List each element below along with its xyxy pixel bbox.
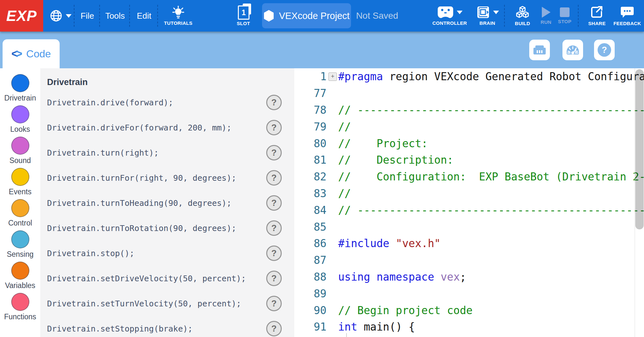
category-dot[interactable] (11, 168, 29, 186)
stop-icon (560, 7, 570, 17)
command-help-button[interactable]: ? (266, 296, 282, 311)
command-text[interactable]: Drivetrain.turnFor(right, 90, degrees); (47, 173, 266, 183)
command-help-button[interactable]: ? (266, 246, 282, 261)
line-number: 80 (294, 137, 327, 150)
command-text[interactable]: Drivetrain.drive(forward); (47, 98, 266, 107)
device-info-button[interactable] (529, 40, 550, 60)
command-help-button[interactable]: ? (266, 95, 282, 110)
sidebar-item-sound[interactable]: Sound (0, 137, 40, 168)
editor-vertical-scrollbar[interactable] (635, 69, 644, 229)
command-text[interactable]: Drivetrain.stop(); (47, 249, 266, 258)
exp-logo-text: EXP (6, 7, 37, 24)
command-row[interactable]: Drivetrain.drive(forward);? (40, 90, 294, 115)
line-number: 1 (294, 70, 327, 83)
sidebar-item-looks[interactable]: Looks (0, 105, 40, 137)
tab-code-label: Code (26, 48, 51, 60)
share-button[interactable]: SHARE (584, 0, 610, 32)
category-dot[interactable] (11, 137, 29, 155)
help-icon: ? (598, 43, 611, 57)
menu-tools[interactable]: Tools (101, 0, 129, 32)
exp-logo: EXP (0, 0, 43, 32)
line-number: 89 (294, 287, 327, 300)
sidebar-item-sensing[interactable]: Sensing (0, 230, 40, 262)
stop-button[interactable]: STOP (554, 0, 575, 32)
controller-button[interactable]: CONTROLLER (429, 0, 470, 32)
code-brackets-icon: <> (11, 47, 22, 61)
build-button[interactable]: BUILD (510, 0, 535, 32)
tutorials-button[interactable]: TUTORIALS (159, 0, 197, 32)
category-dot[interactable] (11, 262, 29, 280)
brain-label: BRAIN (480, 20, 495, 26)
command-help-button[interactable]: ? (266, 271, 282, 286)
menu-edit[interactable]: Edit (131, 0, 157, 32)
sidebar-item-functions[interactable]: Functions (0, 293, 40, 324)
command-text[interactable]: Drivetrain.setTurnVelocity(50, percent); (47, 299, 266, 308)
category-label: Variables (5, 281, 35, 290)
code-line: 87 (294, 252, 644, 269)
command-text[interactable]: Drivetrain.turnToHeading(90, degrees); (47, 198, 266, 208)
command-row[interactable]: Drivetrain.stop();? (40, 241, 294, 266)
sidebar-item-events[interactable]: Events (0, 168, 40, 199)
chevron-down-icon (457, 11, 463, 14)
code-text: #pragma region VEXcode Generated Robot C… (338, 70, 644, 83)
command-panel: Drivetrain Drivetrain.drive(forward);?Dr… (40, 68, 294, 337)
command-help-button[interactable]: ? (266, 195, 282, 211)
line-number: 86 (294, 237, 327, 250)
command-row[interactable]: Drivetrain.setStopping(brake);? (40, 316, 294, 337)
menu-file[interactable]: File (75, 0, 99, 32)
command-text[interactable]: Drivetrain.turn(right); (47, 148, 266, 158)
command-row[interactable]: Drivetrain.turn(right);? (40, 140, 294, 165)
stop-label: STOP (558, 19, 571, 24)
command-help-button[interactable]: ? (266, 120, 282, 135)
slot-number: 1 (242, 8, 246, 17)
line-number: 85 (294, 221, 327, 233)
help-button[interactable]: ? (594, 40, 615, 60)
category-label: Sensing (7, 250, 34, 259)
code-line: 85 (294, 218, 644, 235)
vexcode-app: { "topbar": { "logo": "EXP", "menus": ["… (0, 0, 644, 337)
sidebar-item-control[interactable]: Control (0, 199, 40, 230)
command-row[interactable]: Drivetrain.setTurnVelocity(50, percent);… (40, 291, 294, 316)
command-row[interactable]: Drivetrain.turnToRotation(90, degrees);? (40, 216, 294, 241)
share-icon (590, 5, 604, 19)
code-editor[interactable]: 1+#pragma region VEXcode Generated Robot… (294, 68, 644, 337)
fold-toggle-icon[interactable]: + (328, 72, 337, 81)
category-dot[interactable] (11, 105, 29, 123)
project-name-button[interactable]: VEXcode Project (262, 3, 351, 28)
category-dot[interactable] (11, 230, 29, 248)
command-text[interactable]: Drivetrain.setDriveVelocity(50, percent)… (47, 274, 266, 283)
command-text[interactable]: Drivetrain.setStopping(brake); (47, 324, 266, 333)
tab-code[interactable]: <> Code (3, 39, 60, 68)
line-number: 83 (294, 187, 327, 200)
command-text[interactable]: Drivetrain.turnToRotation(90, degrees); (47, 224, 266, 233)
controller-label: CONTROLLER (432, 20, 467, 26)
code-line: 83// (294, 185, 644, 202)
command-text[interactable]: Drivetrain.driveFor(forward, 200, mm); (47, 123, 266, 132)
command-row[interactable]: Drivetrain.turnFor(right, 90, degrees);? (40, 165, 294, 190)
command-help-button[interactable]: ? (266, 170, 282, 186)
language-select[interactable] (47, 0, 74, 32)
code-text: using namespace vex; (338, 271, 644, 283)
feedback-button[interactable]: FEEDBACK (611, 0, 643, 32)
brain-button[interactable]: BRAIN (471, 0, 504, 32)
command-row[interactable]: Drivetrain.driveFor(forward, 200, mm);? (40, 115, 294, 140)
slot-button[interactable]: 1 SLOT (231, 0, 256, 32)
category-dot[interactable] (11, 199, 29, 217)
sidebar-item-drivetrain[interactable]: Drivetrain (0, 74, 40, 105)
top-toolbar: EXP File Tools Edit (0, 0, 644, 32)
command-help-button[interactable]: ? (266, 145, 282, 160)
toolbar-divider (578, 5, 579, 27)
chevron-down-icon (66, 14, 72, 18)
command-help-button[interactable]: ? (266, 220, 282, 236)
sidebar-item-variables[interactable]: Variables (0, 262, 40, 293)
command-row[interactable]: Drivetrain.turnToHeading(90, degrees);? (40, 190, 294, 216)
dashboard-button[interactable] (562, 40, 583, 60)
run-button[interactable]: RUN (536, 0, 556, 32)
category-dot[interactable] (11, 293, 29, 311)
command-help-button[interactable]: ? (266, 321, 282, 336)
play-icon (542, 7, 551, 18)
toolbar-divider (504, 5, 505, 27)
category-dot[interactable] (11, 74, 29, 92)
command-row[interactable]: Drivetrain.setDriveVelocity(50, percent)… (40, 266, 294, 291)
project-name: VEXcode Project (279, 11, 349, 21)
